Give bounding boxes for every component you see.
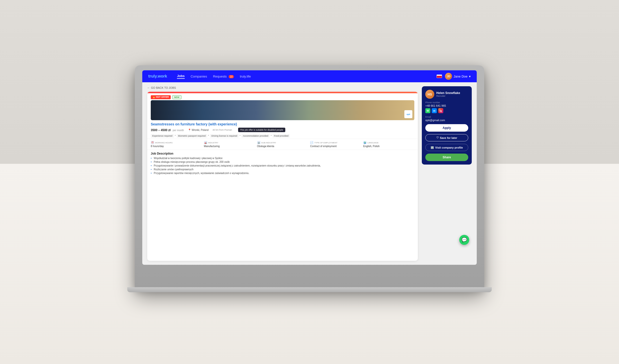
contact-name: Helen Snowflake — [436, 91, 460, 95]
nav-links: Jobs Companies Requests 10 truly.life — [177, 74, 437, 79]
language-icon: 🌍 — [363, 141, 367, 144]
industry-icon: 🏭 — [204, 141, 207, 144]
contact-avatar: HS — [425, 90, 434, 99]
user-menu[interactable]: JD Jane Doe ▾ — [445, 73, 471, 80]
employment-value: Contract of employment — [310, 145, 361, 148]
job-badges: 🔥 HOT OFFER NEW — [147, 93, 418, 100]
hours-label: WORKING HOURS — [155, 142, 172, 144]
tag-passport: Biometric passport required — [177, 134, 207, 138]
phone-label: Phone number — [425, 101, 468, 104]
main-content: ← GO BACK TO JOBS 🔥 HOT OFFER NEW opti — [142, 82, 477, 265]
back-link[interactable]: ← GO BACK TO JOBS — [147, 86, 418, 89]
heart-icon: ♡ — [436, 136, 439, 139]
subindustry-icon: 🏢 — [257, 141, 261, 144]
chevron-down-icon: ▾ — [469, 75, 471, 78]
navbar: truly.work Jobs Companies Requests 10 tr… — [142, 70, 477, 82]
back-label: GO BACK TO JOBS — [151, 86, 176, 89]
job-title[interactable]: Seamstresses on furniture factory (with … — [147, 120, 418, 127]
requests-label: Requests — [213, 75, 227, 78]
job-card: 🔥 HOT OFFER NEW opti Seamstresses on fur… — [147, 92, 418, 261]
job-meta: 3500 – 4500 zł per month 📍 Wronki, Polan… — [147, 127, 418, 133]
tag-experience: Experience required — [151, 134, 174, 138]
contact-role: Recruiter — [436, 95, 460, 97]
nav-link-companies[interactable]: Companies — [191, 75, 207, 78]
nav-right: JD Jane Doe ▾ — [437, 73, 471, 80]
desc-item-2: Pełna obsługa miesięcznego procesu płaco… — [151, 161, 414, 163]
employment-icon: 📄 — [310, 141, 313, 144]
laptop-base — [127, 287, 492, 292]
instagram-icon[interactable]: ig — [438, 108, 443, 113]
description-title: Job Description — [151, 152, 414, 155]
logo-text: truly.work — [148, 74, 167, 78]
chat-bubble[interactable]: 💬 — [459, 235, 469, 245]
email-label: Email — [425, 116, 468, 118]
language-flag[interactable] — [437, 75, 442, 78]
job-salary: 3500 – 4500 zł per month — [151, 128, 184, 132]
messenger-icon[interactable]: m — [432, 108, 437, 113]
contact-phone-section: Phone number +48 661 641 965 W m ig — [425, 101, 468, 113]
share-button[interactable]: Share — [425, 154, 468, 161]
desc-item-5: Przygotowywanie raportów miesięcznych, w… — [151, 172, 414, 175]
contact-info: Helen Snowflake Recruiter — [436, 91, 460, 97]
arrow-left-icon: ← — [147, 86, 150, 89]
job-column: ← GO BACK TO JOBS 🔥 HOT OFFER NEW opti — [147, 86, 418, 261]
detail-subindustry: 🏢 SUB-INDUSTRY Obsługa klienta — [257, 141, 308, 148]
location-distance: 40 km from Poznan — [213, 129, 232, 131]
disability-tooltip: This job offer is suitable for disabled … — [238, 128, 285, 132]
detail-hours: ⏰ WORKING HOURS 8 hours/day — [151, 141, 202, 148]
visit-company-button[interactable]: 🏢 Visit company profile — [425, 144, 468, 151]
job-details-grid: ⏰ WORKING HOURS 8 hours/day 🏭 INDUSTRY — [147, 139, 418, 150]
nav-link-jobs[interactable]: Jobs — [177, 74, 184, 79]
subindustry-value: Obsługa klienta — [257, 145, 308, 148]
new-badge: NEW — [172, 95, 181, 99]
detail-employment: 📄 TYPE OF EMPLOYMENT Contract of employm… — [310, 141, 361, 148]
company-logo: opti — [404, 110, 412, 118]
industry-value: Manufacturing — [204, 145, 255, 148]
hot-offer-badge: 🔥 HOT OFFER — [151, 95, 171, 99]
email-value: opti@gmail.com — [425, 119, 468, 122]
industry-label: INDUSTRY — [208, 142, 218, 144]
apply-button[interactable]: Apply — [425, 124, 468, 132]
contact-email-section: Email opti@gmail.com — [425, 116, 468, 122]
location-value: Wronki, Poland — [192, 129, 209, 131]
salary-value: 3500 – 4500 zł — [151, 128, 170, 132]
job-tags: Experience required • Biometric passport… — [147, 133, 418, 139]
job-location: 📍 Wronki, Poland — [188, 129, 209, 131]
hours-icon: ⏰ — [151, 141, 154, 144]
desc-item-1: Współudział w tworzeniu polityki kadrowe… — [151, 157, 414, 160]
requests-badge: 10 — [229, 75, 234, 78]
save-button[interactable]: ♡ Save for later — [425, 134, 468, 141]
nav-link-requests[interactable]: Requests 10 — [213, 75, 234, 78]
user-avatar: JD — [445, 73, 452, 80]
tag-driving: Driving license is required — [210, 134, 239, 138]
description-list: Współudział w tworzeniu polityki kadrowe… — [151, 157, 414, 175]
subindustry-label: SUB-INDUSTRY — [261, 142, 276, 144]
contact-header: HS Helen Snowflake Recruiter — [425, 90, 468, 99]
save-label: Save for later — [440, 136, 457, 139]
company-label: Visit company profile — [435, 146, 463, 149]
nav-link-life[interactable]: truly.life — [240, 75, 251, 78]
detail-language: 🌍 LANGUAGE English, Polish — [363, 141, 414, 148]
social-icons: W m ig — [425, 108, 468, 113]
detail-industry: 🏭 INDUSTRY Manufacturing — [204, 141, 255, 148]
job-image: opti — [151, 100, 414, 120]
building-icon: 🏢 — [431, 146, 434, 149]
tag-food: Food provided — [273, 134, 290, 138]
phone-value: +48 661 641 965 — [425, 104, 468, 107]
location-icon: 📍 — [188, 129, 191, 131]
hours-value: 8 hours/day — [151, 145, 202, 148]
language-label: LANGUAGE — [367, 142, 378, 144]
user-name: Jane Doe — [454, 75, 467, 78]
employment-label: TYPE OF EMPLOYMENT — [314, 142, 337, 144]
salary-period: per month — [173, 129, 184, 132]
desc-item-3: Przygotowywanie i prowadzenie dokumentac… — [151, 164, 414, 167]
contact-card: HS Helen Snowflake Recruiter Phone numbe… — [422, 86, 472, 165]
nav-logo[interactable]: truly.work — [148, 74, 167, 79]
desc-item-4: Rozliczanie umów cywilnoprawnych — [151, 168, 414, 171]
language-value: English, Polish — [363, 145, 414, 148]
whatsapp-icon[interactable]: W — [425, 108, 430, 113]
job-description: Job Description Współudział w tworzeniu … — [147, 150, 418, 177]
tag-accommodation: Accommodation provided — [241, 134, 270, 138]
